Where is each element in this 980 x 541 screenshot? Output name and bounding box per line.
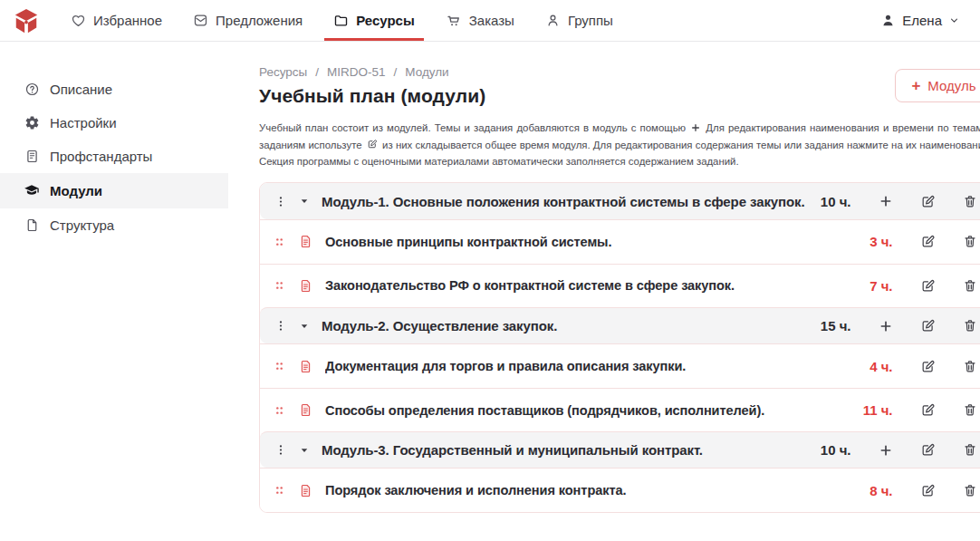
edit-icon[interactable]: [920, 318, 936, 333]
breadcrumb-separator: /: [394, 65, 398, 79]
module-hours: 10 ч.: [817, 442, 851, 458]
logo-cube-icon: [13, 7, 40, 34]
topic-hours: 8 ч.: [859, 483, 893, 498]
topic-row: Основные принципы контрактной системы. 3…: [260, 219, 980, 264]
top-navigation: Избранное Предложения Ресурсы Заказы Гру…: [0, 0, 980, 42]
module-row: Модуль-3. Государственный и муниципальны…: [260, 431, 980, 468]
module-title: Модуль-1. Основные положения контрактной…: [322, 194, 805, 209]
app-logo[interactable]: [13, 0, 40, 41]
question-circle-icon: [24, 82, 40, 97]
topic-title[interactable]: Документация для торгов и правила описан…: [325, 359, 847, 373]
sidebar-item-label: Профстандарты: [50, 149, 152, 164]
page-title: Учебный план (модули): [259, 85, 485, 107]
document-icon: [298, 359, 313, 374]
user-menu[interactable]: Елена: [880, 0, 960, 41]
delete-icon[interactable]: [963, 402, 977, 418]
edit-icon[interactable]: [920, 442, 936, 458]
sidebar-item-description[interactable]: Описание: [0, 72, 228, 106]
edit-icon: [367, 139, 378, 155]
delete-icon[interactable]: [963, 194, 977, 209]
module-hours: 10 ч.: [817, 194, 851, 209]
description-text: Учебный план состоит из модулей. Темы и …: [259, 121, 980, 170]
nav-item-label: Предложения: [216, 13, 303, 28]
nav-item-orders[interactable]: Заказы: [446, 0, 514, 41]
delete-icon[interactable]: [963, 359, 977, 374]
sidebar-item-modules[interactable]: Модули: [0, 173, 228, 208]
edit-icon[interactable]: [920, 483, 936, 498]
edit-icon[interactable]: [920, 402, 936, 418]
nav-item-label: Ресурсы: [356, 13, 415, 28]
document-icon: [298, 483, 313, 498]
drag-handle-icon[interactable]: [274, 484, 284, 497]
nav-item-groups[interactable]: Группы: [545, 0, 613, 41]
edit-icon[interactable]: [920, 359, 936, 374]
add-topic-icon[interactable]: [879, 443, 893, 458]
breadcrumb-item[interactable]: MIRDO-51: [327, 65, 386, 79]
plus-icon: +: [911, 78, 920, 93]
topic-hours: 7 ч.: [859, 278, 893, 294]
drag-handle-icon[interactable]: [274, 279, 284, 292]
kebab-menu-icon[interactable]: [274, 194, 287, 209]
edit-icon[interactable]: [920, 194, 936, 209]
topic-hours: 3 ч.: [859, 234, 893, 249]
add-topic-icon[interactable]: [879, 194, 893, 208]
module-title: Модуль-2. Осуществление закупок.: [322, 318, 805, 333]
sidebar-item-structure[interactable]: Структура: [0, 208, 228, 242]
drag-handle-icon[interactable]: [274, 404, 284, 417]
user-icon: [880, 13, 896, 28]
heart-icon: [71, 13, 86, 28]
module-row: Модуль-2. Осуществление закупок. 15 ч.: [260, 307, 980, 343]
add-topic-icon[interactable]: [879, 319, 893, 333]
caret-down-icon[interactable]: [299, 196, 310, 207]
topic-title[interactable]: Законодательство РФ о контрактной систем…: [325, 278, 847, 293]
topic-row: Документация для торгов и правила описан…: [260, 343, 980, 388]
nav-item-label: Группы: [568, 13, 613, 28]
sidebar-item-settings[interactable]: Настройки: [0, 106, 228, 140]
sidebar-item-label: Структура: [50, 217, 114, 233]
topic-title[interactable]: Порядок заключения и исполнения контракт…: [325, 483, 847, 498]
caret-down-icon[interactable]: [299, 321, 310, 332]
nav-item-offers[interactable]: Предложения: [193, 0, 303, 41]
drag-handle-icon[interactable]: [274, 236, 284, 248]
breadcrumb: Ресурсы/MIRDO-51/Модули: [259, 65, 485, 79]
module-title: Модуль-3. Государственный и муниципальны…: [322, 442, 805, 458]
person-icon: [545, 13, 561, 28]
cart-icon: [446, 13, 462, 29]
graduation-cap-icon: [24, 182, 40, 199]
topic-row: Законодательство РФ о контрактной систем…: [260, 264, 980, 308]
sidebar-item-label: Описание: [50, 82, 112, 97]
topic-hours: 11 ч.: [859, 402, 893, 418]
chevron-down-icon: [948, 14, 960, 26]
nav-item-label: Заказы: [469, 13, 514, 28]
sidebar-item-label: Настройки: [50, 115, 117, 130]
caret-down-icon[interactable]: [299, 445, 310, 456]
kebab-menu-icon[interactable]: [274, 442, 287, 458]
topic-title[interactable]: Основные принципы контрактной системы.: [325, 235, 847, 249]
edit-icon[interactable]: [920, 278, 936, 294]
add-module-button[interactable]: + Модуль: [895, 69, 980, 102]
sidebar-item-profstandards[interactable]: Профстандарты: [0, 140, 228, 173]
edit-icon[interactable]: [920, 234, 936, 249]
delete-icon[interactable]: [963, 318, 977, 333]
delete-icon[interactable]: [963, 278, 977, 294]
plus-icon: [691, 121, 700, 138]
topic-title[interactable]: Способы определения поставщиков (подрядч…: [325, 403, 847, 418]
topic-hours: 4 ч.: [859, 359, 893, 374]
nav-item-favorites[interactable]: Избранное: [71, 0, 162, 41]
module-row: Модуль-1. Основные положения контрактной…: [260, 183, 980, 219]
nav-item-resources[interactable]: Ресурсы: [333, 0, 415, 41]
module-list: Модуль-1. Основные положения контрактной…: [259, 182, 980, 513]
delete-icon[interactable]: [963, 442, 977, 458]
breadcrumb-item[interactable]: Модули: [405, 65, 448, 79]
delete-icon[interactable]: [963, 234, 977, 249]
breadcrumb-separator: /: [315, 65, 319, 79]
document-icon: [298, 278, 313, 294]
kebab-menu-icon[interactable]: [274, 318, 287, 333]
topic-row: Порядок заключения и исполнения контракт…: [260, 468, 980, 512]
delete-icon[interactable]: [963, 483, 977, 498]
drag-handle-icon[interactable]: [274, 360, 284, 372]
document-icon: [298, 402, 313, 418]
breadcrumb-item[interactable]: Ресурсы: [259, 65, 307, 79]
file-icon: [24, 217, 40, 233]
sidebar-item-label: Модули: [50, 183, 102, 198]
